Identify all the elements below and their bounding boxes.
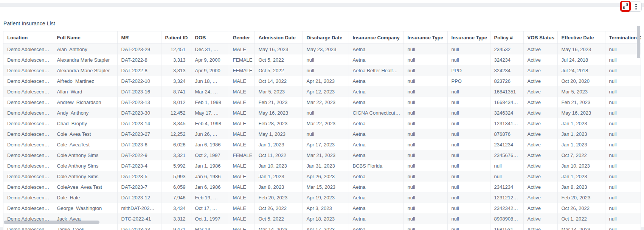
table-row: Demo Adolescen…Alan AnthonyDAT-2023-2912… (3, 44, 641, 55)
table-cell: Aetna (349, 76, 403, 86)
table-cell: null (447, 44, 490, 55)
column-header: Insurance Type (447, 31, 490, 44)
table-cell: Active (523, 118, 557, 129)
table-cell: null (447, 129, 490, 139)
table-cell: MALE (229, 97, 254, 107)
table-cell: Apr 9, 2000 (191, 65, 229, 76)
table-cell: Dec 31, … (191, 44, 229, 55)
table-cell: null (605, 65, 641, 76)
table-cell: 324234 (490, 65, 523, 76)
expand-button[interactable] (621, 2, 630, 11)
table-cell: Aetna (349, 44, 403, 55)
table-cell: Oct 26, 2022 (254, 203, 303, 213)
table-cell: 8,741 (161, 86, 191, 97)
table-cell: Feb 20, 2023 (557, 192, 605, 203)
column-header: Full Name (53, 31, 117, 44)
table-cell: Jan 1, 2023 (557, 139, 605, 150)
table-cell: 8908908… (490, 213, 523, 224)
table-cell: BCBS Florida (349, 160, 403, 171)
table-cell: Feb 20, 2023 (254, 192, 303, 203)
table-cell: null (605, 224, 641, 230)
table-cell: DAT-2023-14 (117, 118, 161, 129)
table-cell: 823726 (490, 76, 523, 86)
table-row: Demo Adolescen…Allan WardDAT-2023-168,74… (3, 86, 641, 97)
table-cell: Jan 8, 2023 (254, 182, 303, 192)
table-cell: Oct 11, 2022 (254, 150, 303, 160)
table-cell: null (605, 192, 641, 203)
table-cell: DAT-2023-7 (117, 182, 161, 192)
table-cell: Active (523, 139, 557, 150)
column-header: Admission Date (254, 31, 303, 44)
table-cell: May 16, 2023 (254, 44, 303, 55)
table-cell: Jan 8, 2023 (557, 182, 605, 192)
table-cell: Demo Adolescen… (3, 65, 53, 76)
table-cell: Aetna Better Healt… (349, 65, 403, 76)
table-cell: DAT-2022-8 (117, 54, 161, 65)
table-cell: Aetna (349, 192, 403, 203)
table-cell: Aetna (349, 118, 403, 129)
table-cell: 9,471 (161, 224, 191, 230)
table-cell: MALE (229, 44, 254, 55)
table-cell: DAT-2022-8 (117, 65, 161, 76)
table-cell: MALE (229, 86, 254, 97)
table-cell: 2341234 (490, 182, 523, 192)
table-cell: null (605, 129, 641, 139)
table-cell: Andrew Richardson (53, 97, 117, 107)
table-cell: Demo Adolescen… (3, 139, 53, 150)
table-cell: null (447, 160, 490, 171)
table-cell: Active (523, 171, 557, 182)
table-row: Demo Adolescen…Cole Anthony SimsDAT-2023… (3, 171, 641, 182)
table-cell: Aetna (349, 171, 403, 182)
table-cell: Jan 1, 2023 (254, 139, 303, 150)
panel-menu-button[interactable] (631, 2, 641, 11)
table-cell: Jan 1, 2023 (557, 118, 605, 129)
vertical-scrollbar-thumb[interactable] (637, 26, 640, 58)
table-cell: 1231341… (490, 118, 523, 129)
horizontal-scrollbar-thumb[interactable] (4, 221, 99, 224)
column-header: VOB Status (523, 31, 557, 44)
table-cell: Feb 19, … (191, 192, 229, 203)
table-cell: Apr 26, 2023 (303, 171, 349, 182)
table-cell: null (403, 203, 447, 213)
table-cell: Cole Avea Test (53, 129, 117, 139)
patient-insurance-panel: Patient Insurance List LocationFull Name… (0, 7, 644, 227)
table-cell: null (447, 118, 490, 129)
table-cell: May 17, … (191, 107, 229, 118)
table-cell: null (447, 107, 490, 118)
table-cell: null (447, 182, 490, 192)
table-cell: FEMALE (229, 65, 254, 76)
table-cell: May 16, 2023 (557, 44, 605, 55)
table-cell: Active (523, 129, 557, 139)
table-cell: 12,451 (161, 44, 191, 55)
table-cell: Apr 17, 2023 (303, 224, 349, 230)
table-cell: Allan Ward (53, 86, 117, 97)
table-cell: Apr 21, 2023 (303, 76, 349, 86)
table-cell: Cole AveaTest (53, 139, 117, 150)
table-cell: Demo Adolescen… (3, 86, 53, 97)
table-cell: null (447, 213, 490, 224)
table-cell: null (303, 107, 349, 118)
table-cell: 234532 (490, 44, 523, 55)
table-cell: Jamie Cook (53, 224, 117, 230)
table-cell: Aetna (349, 54, 403, 65)
table-cell: Apr 19, 2023 (303, 192, 349, 203)
table-cell: Andy Anthony (53, 107, 117, 118)
table-cell: Demo Adolescen… (3, 54, 53, 65)
table-cell: Demo Adolescen… (3, 171, 53, 182)
table-cell: Mar 24, … (191, 86, 229, 97)
table-cell: null (403, 224, 447, 230)
table-cell: Aetna (349, 224, 403, 230)
table-cell: DAT-2023-23 (117, 224, 161, 230)
table-cell: Mar 14, 2023 (254, 224, 303, 230)
table-cell: Active (523, 150, 557, 160)
table-cell: 2341234 (490, 139, 523, 150)
table-cell: null (605, 118, 641, 129)
table-cell: Oct 5, 2022 (254, 54, 303, 65)
table-cell: Demo Adolescen… (3, 203, 53, 213)
patient-insurance-table: LocationFull NameMRPatient IDDOBGenderAd… (3, 31, 641, 230)
table-cell: DTC-2022-41 (117, 213, 161, 224)
table-cell: Cole Anthony Sims (53, 150, 117, 160)
table-cell: 7,946 (161, 192, 191, 203)
table-cell: Oct 1, 1997 (191, 213, 229, 224)
table-row: Demo Adolescen…Andy AnthonyDAT-2023-3012… (3, 107, 641, 118)
